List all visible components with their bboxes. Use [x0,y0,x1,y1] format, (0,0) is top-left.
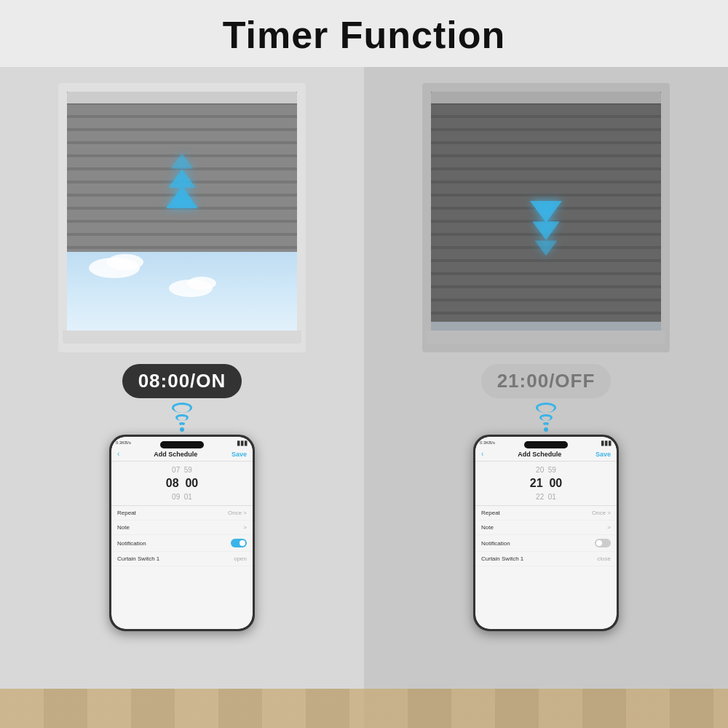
main-content: 08:00/ON 0.3KB/s ▊▊▊ ‹ Add Schedule Save [0,67,728,728]
status-signal-left: 0.3KB/s [116,440,131,445]
time-row-main-left: 08 00 [111,475,253,491]
time-row-main-right: 21 00 [475,475,617,491]
arrow-up-1 [171,154,194,169]
setting-repeat-left: Repeat Once > [111,506,253,521]
phone-notch-left [160,441,204,448]
time-picker-right: 20 59 21 00 22 01 [475,462,617,506]
wifi-arc-med-left [175,414,189,421]
setting-notif-label-right: Notification [481,540,510,547]
arrow-up-2 [168,169,195,188]
time-row-next-left: 09 01 [111,491,253,502]
cloud4 [187,277,216,290]
status-icons-left: ▊▊▊ [237,440,248,446]
cloud2 [107,254,143,270]
time-row-prev-right: 20 59 [475,464,617,475]
phone-notch-right [524,441,568,448]
panel-left: 08:00/ON 0.3KB/s ▊▊▊ ‹ Add Schedule Save [0,67,364,728]
wifi-arc-large-right [536,403,556,413]
window-sill-left [63,331,301,344]
toggle-notif-right[interactable] [595,539,611,547]
setting-curtain-label-left: Curtain Switch 1 [117,555,159,562]
timer-badge-left: 08:00/ON [122,364,242,398]
wifi-arc-large-left [172,403,192,413]
blind-rail-left [67,92,297,103]
arrow-up-3 [166,186,198,208]
phone-screen-right: 0.3KB/s ▊▊▊ ‹ Add Schedule Save 20 59 21… [475,437,617,629]
toggle-notif-left[interactable] [231,539,247,547]
setting-curtain-val-left: open [234,555,247,562]
time-row-next-right: 22 01 [475,491,617,502]
back-button-left[interactable]: ‹ [117,450,119,458]
setting-repeat-val-right: Once > [592,510,611,516]
phone-header-right: ‹ Add Schedule Save [475,448,617,462]
setting-note-right: Note > [475,521,617,535]
setting-curtain-left: Curtain Switch 1 open [111,552,253,566]
arrows-up [166,150,198,208]
time-row-prev-left: 07 59 [111,464,253,475]
wifi-arc-small-left [179,422,185,425]
phone-header-left: ‹ Add Schedule Save [111,448,253,462]
setting-repeat-label-left: Repeat [117,510,136,516]
setting-curtain-val-right: close [597,555,611,562]
floor-left [0,689,364,728]
setting-note-left: Note > [111,521,253,535]
wifi-arc-med-right [539,414,553,421]
wifi-icon-left [172,403,192,432]
schedule-title-right: Add Schedule [518,451,561,458]
time-picker-left: 07 59 08 00 09 01 [111,462,253,506]
phone-right: 0.3KB/s ▊▊▊ ‹ Add Schedule Save 20 59 21… [473,435,619,631]
window-frame-left [58,83,306,352]
setting-note-val-right: > [607,524,611,531]
window-left [58,83,306,352]
timer-badge-right: 21:00/OFF [481,364,612,398]
schedule-title-left: Add Schedule [154,451,197,458]
setting-notification-right: Notification [475,535,617,552]
arrow-down-1 [530,201,562,223]
blind-rail-right [431,92,661,103]
setting-curtain-right: Curtain Switch 1 close [475,552,617,566]
window-frame-right [422,83,670,352]
setting-repeat-val-left: Once > [228,510,247,516]
setting-note-label-left: Note [117,524,130,531]
wifi-dot-left [180,427,184,432]
arrow-down-2 [532,221,559,240]
status-signal-right: 0.3KB/s [480,440,495,445]
back-button-right[interactable]: ‹ [481,450,483,458]
phone-screen-left: 0.3KB/s ▊▊▊ ‹ Add Schedule Save 07 59 08… [111,437,253,629]
phone-left: 0.3KB/s ▊▊▊ ‹ Add Schedule Save 07 59 08… [109,435,255,631]
arrow-down-3 [535,241,558,256]
setting-note-val-left: > [243,524,247,531]
sky-left [67,236,297,344]
panel-right: 21:00/OFF 0.3KB/s ▊▊▊ ‹ Add Schedule Sav… [364,67,728,728]
page-title: Timer Function [0,0,728,67]
wifi-icon-right [536,403,556,432]
setting-repeat-label-right: Repeat [481,510,500,516]
wifi-dot-right [544,427,548,432]
setting-curtain-label-right: Curtain Switch 1 [481,555,523,562]
window-sill-right [427,331,665,344]
save-button-right[interactable]: Save [596,451,611,458]
setting-repeat-right: Repeat Once > [475,506,617,521]
arrows-down [530,201,562,259]
window-right [422,83,670,352]
floor-right [364,689,728,728]
setting-notification-left: Notification [111,535,253,552]
save-button-left[interactable]: Save [232,451,247,458]
setting-notif-label-left: Notification [117,540,146,547]
status-icons-right: ▊▊▊ [601,440,612,446]
wifi-arc-small-right [543,422,549,425]
setting-note-label-right: Note [481,524,494,531]
